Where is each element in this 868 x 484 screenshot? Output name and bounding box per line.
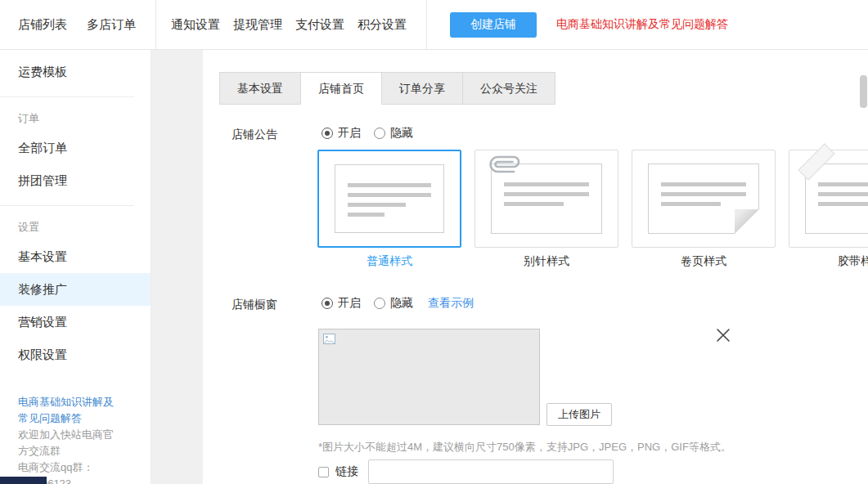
- sidebar-section-orders: 订单: [0, 109, 151, 128]
- announcement-radio-off-icon[interactable]: [374, 128, 385, 139]
- skeleton-lines: [818, 182, 868, 212]
- faq-link-top[interactable]: 电商基础知识讲解及常见问题解答: [556, 17, 728, 32]
- nav-points-settings[interactable]: 积分设置: [358, 17, 407, 33]
- sidebar-welcome-line2: 方交流群: [18, 443, 139, 459]
- scrollbar-thumb[interactable]: [860, 75, 867, 108]
- announcement-style-cards: [317, 150, 868, 248]
- sidebar-item-shipping-template[interactable]: 运费模板: [0, 56, 151, 88]
- tab-basic-settings[interactable]: 基本设置: [219, 72, 301, 105]
- upload-image-button[interactable]: 上传图片: [546, 403, 612, 426]
- skeleton-lines: [504, 182, 589, 212]
- sidebar-welcome-line1: 欢迎加入快站电商官: [18, 427, 139, 443]
- close-icon[interactable]: [716, 328, 731, 343]
- topbar-divider: [155, 0, 156, 49]
- tab-bar: 基本设置 店铺首页 订单分享 公众号关注: [219, 72, 555, 105]
- announcement-style-labels: 普通样式 别针样式 卷页样式 胶带样式: [317, 254, 868, 269]
- broken-image-icon: [323, 334, 336, 345]
- style-label-page-curl[interactable]: 卷页样式: [632, 254, 776, 269]
- view-example-link[interactable]: 查看示例: [428, 296, 474, 311]
- style-preview: [648, 164, 759, 234]
- sidebar-section-settings: 设置: [0, 217, 151, 237]
- main-area: 基本设置 店铺首页 订单分享 公众号关注 店铺公告 开启 隐藏: [151, 50, 868, 484]
- style-label-tape[interactable]: 胶带样式: [789, 254, 868, 269]
- skeleton-lines: [661, 182, 746, 212]
- link-checkbox-label: 链接: [335, 464, 358, 479]
- tab-order-share[interactable]: 订单分享: [381, 72, 463, 105]
- showcase-radio-on-icon[interactable]: [322, 298, 333, 309]
- nav-multi-shop-orders[interactable]: 多店订单: [87, 17, 136, 33]
- sidebar-item-marketing-settings[interactable]: 营销设置: [0, 306, 151, 338]
- style-preview: [805, 164, 868, 234]
- announcement-radio-on-label[interactable]: 开启: [338, 126, 361, 141]
- window-corner-strip: [0, 477, 47, 484]
- style-card-page-curl[interactable]: [632, 150, 776, 248]
- announcement-label: 店铺公告: [232, 128, 277, 142]
- tape-icon: [798, 143, 834, 180]
- paperclip-icon: [484, 144, 526, 186]
- sidebar-divider: [0, 205, 134, 206]
- style-card-pin[interactable]: [474, 150, 618, 248]
- nav-withdrawal-management[interactable]: 提现管理: [233, 17, 282, 33]
- screen: 店铺列表 多店订单 通知设置 提现管理 支付设置 积分设置 创建店铺 电商基础知…: [0, 0, 868, 484]
- skeleton-lines: [348, 183, 431, 222]
- nav-notification-settings[interactable]: 通知设置: [171, 17, 220, 33]
- page-curl-icon: [735, 209, 759, 234]
- nav-payment-settings[interactable]: 支付设置: [295, 17, 344, 33]
- style-card-normal[interactable]: [317, 150, 461, 248]
- content-panel: 基本设置 店铺首页 订单分享 公众号关注 店铺公告 开启 隐藏: [203, 50, 868, 484]
- link-row: 链接: [318, 459, 614, 484]
- sidebar: 运费模板 订单 全部订单 拼团管理 设置 基本设置 装修推广 营销设置 权限设置…: [0, 50, 151, 484]
- showcase-radio-off-label[interactable]: 隐藏: [390, 296, 413, 311]
- showcase-image-placeholder: [318, 329, 540, 425]
- showcase-radio-on-label[interactable]: 开启: [338, 296, 361, 311]
- sidebar-item-permission-settings[interactable]: 权限设置: [0, 338, 151, 371]
- upload-hint: *图片大小不能超过4M，建议横向尺寸750像素，支持JPG，JPEG，PNG，G…: [318, 440, 731, 455]
- link-checkbox[interactable]: [318, 467, 329, 477]
- showcase-radio-group: 开启 隐藏 查看示例: [322, 296, 474, 311]
- sidebar-item-all-orders[interactable]: 全部订单: [0, 132, 151, 164]
- sidebar-faq-link-line2[interactable]: 常见问题解答: [18, 410, 139, 427]
- sidebar-item-decoration-promotion[interactable]: 装修推广: [0, 273, 151, 306]
- style-label-pin[interactable]: 别针样式: [474, 254, 618, 269]
- style-label-normal[interactable]: 普通样式: [317, 254, 461, 269]
- showcase-radio-off-icon[interactable]: [374, 298, 385, 309]
- link-url-input[interactable]: [368, 459, 614, 484]
- sidebar-qq-label: 电商交流qq群：: [18, 459, 139, 476]
- topbar-divider: [426, 0, 427, 49]
- announcement-radio-on-icon[interactable]: [322, 128, 333, 139]
- topbar: 店铺列表 多店订单 通知设置 提现管理 支付设置 积分设置 创建店铺 电商基础知…: [0, 0, 868, 50]
- create-shop-button[interactable]: 创建店铺: [450, 12, 537, 38]
- sidebar-footer: 电商基础知识讲解及 常见问题解答 欢迎加入快站电商官 方交流群 电商交流qq群：…: [0, 394, 151, 484]
- sidebar-faq-link-line1[interactable]: 电商基础知识讲解及: [18, 394, 139, 410]
- tab-official-account-follow[interactable]: 公众号关注: [462, 72, 555, 105]
- style-preview: [491, 164, 602, 234]
- announcement-radio-off-label[interactable]: 隐藏: [390, 126, 413, 141]
- nav-shop-list[interactable]: 店铺列表: [18, 17, 67, 33]
- announcement-radio-group: 开启 隐藏: [322, 126, 413, 141]
- tab-shop-homepage[interactable]: 店铺首页: [300, 72, 382, 105]
- showcase-label: 店铺橱窗: [232, 298, 277, 312]
- sidebar-item-group-buy[interactable]: 拼团管理: [0, 164, 151, 197]
- sidebar-divider: [0, 96, 134, 97]
- style-card-tape[interactable]: [789, 150, 868, 248]
- sidebar-item-basic-settings[interactable]: 基本设置: [0, 240, 151, 273]
- style-preview: [335, 164, 444, 233]
